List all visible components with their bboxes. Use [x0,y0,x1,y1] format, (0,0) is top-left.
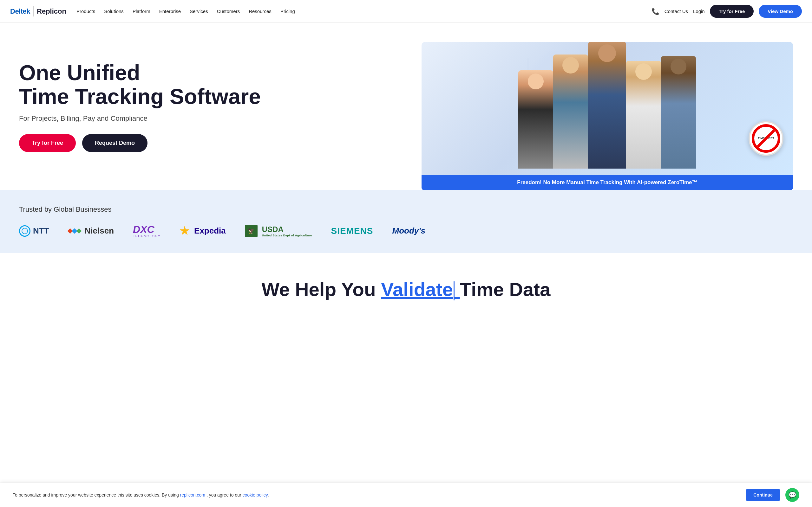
logos-row: NTT Nielsen DXC TECHNOLOGY Expedia [19,224,793,238]
bottom-title-highlight: Validate [381,279,460,300]
view-demo-button[interactable]: View Demo [759,5,802,18]
logo-replicon[interactable]: Replicon [37,7,66,15]
bottom-title-part1: We Help You [262,279,376,300]
nav-solutions[interactable]: Solutions [104,9,124,14]
hero-people-group [421,48,793,169]
logo-ntt: NTT [19,225,49,237]
ntt-text: NTT [33,226,49,236]
expedia-text: Expedia [194,226,226,236]
hero-try-free-button[interactable]: Try for Free [19,134,76,152]
hero-title: One Unified Time Tracking Software [19,61,409,108]
nav-products[interactable]: Products [77,9,95,14]
hero-request-demo-button[interactable]: Request Demo [82,134,148,152]
navigation: Deltek Replicon Products Solutions Platf… [0,0,812,23]
nav-platform[interactable]: Platform [133,9,150,14]
hero-banner: Freedom! No More Manual Time Tracking Wi… [421,175,793,190]
logo-deltek[interactable]: Deltek [10,7,30,15]
logo-usda: 🦅 USDA United States Dept of Agriculture [245,225,312,237]
login-link[interactable]: Login [693,9,705,14]
usda-icon: 🦅 [245,225,258,237]
nav-customers[interactable]: Customers [217,9,240,14]
contact-us-link[interactable]: Contact Us [664,9,688,14]
dxc-text: DXC TECHNOLOGY [133,224,160,238]
hero-subtitle: For Projects, Billing, Pay and Complianc… [19,114,409,123]
logo-dxc: DXC TECHNOLOGY [133,224,160,238]
nielsen-diamonds [68,229,81,233]
nielsen-text: Nielsen [85,226,114,236]
hero-buttons: Try for Free Request Demo [19,134,409,152]
bottom-section: We Help You Validate Time Data [0,253,812,320]
hero-left: One Unified Time Tracking Software For P… [19,42,421,190]
bottom-title: We Help You Validate Time Data [19,279,793,300]
logo-moodys: Moody's [392,226,425,236]
try-free-button[interactable]: Try for Free [710,5,754,18]
logo-separator [33,6,34,16]
hero-right: TIMESHEET Freedom! No More Manual Time T… [421,42,793,190]
usda-text: USDA United States Dept of Agriculture [262,225,312,237]
phone-icon: 📞 [652,8,659,15]
logo-expedia: Expedia [180,226,226,236]
dxc-subtext: TECHNOLOGY [133,234,160,238]
bottom-title-part2: Time Data [460,279,551,300]
timesheet-badge: TIMESHEET [749,121,783,156]
nav-services[interactable]: Services [190,9,208,14]
nav-links: Products Solutions Platform Enterprise S… [77,9,652,14]
trust-section: Trusted by Global Businesses NTT Nielsen… [0,190,812,253]
nav-resources[interactable]: Resources [249,9,271,14]
logo-siemens: SIEMENS [331,226,373,236]
logo-area[interactable]: Deltek Replicon [10,6,66,16]
cursor-blink [454,281,455,300]
expedia-star-icon [180,226,190,236]
nav-pricing[interactable]: Pricing [281,9,295,14]
hero-image: TIMESHEET [421,42,793,175]
nav-enterprise[interactable]: Enterprise [159,9,181,14]
trust-title: Trusted by Global Businesses [19,205,793,214]
nav-right: 📞 Contact Us Login Try for Free View Dem… [652,5,802,18]
nielsen-diamond-3 [76,228,82,233]
moodys-text: Moody's [392,226,425,236]
ntt-icon [19,225,31,237]
hero-section: One Unified Time Tracking Software For P… [0,23,812,190]
siemens-text: SIEMENS [331,226,373,236]
logo-nielsen: Nielsen [68,226,114,236]
